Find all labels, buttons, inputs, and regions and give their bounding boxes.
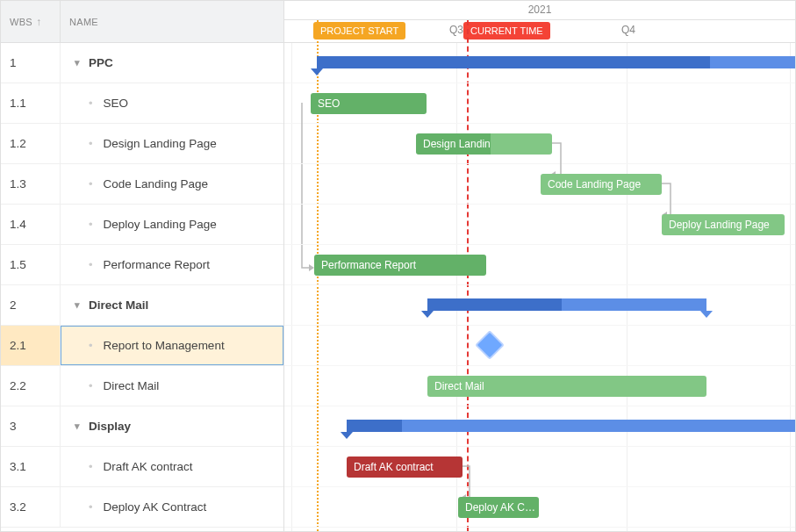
bar-label: Deploy Landing Page bbox=[669, 219, 770, 231]
cell-wbs: 3.2 bbox=[1, 487, 61, 527]
column-header-name[interactable]: NAME bbox=[61, 1, 283, 42]
timeline-header: 2021 PROJECT START Q3 CURRENT TIME Q4 bbox=[284, 1, 795, 43]
current-time-marker-badge[interactable]: CURRENT TIME bbox=[463, 22, 550, 40]
cell-name[interactable]: ▾Direct Mail bbox=[61, 285, 283, 325]
cell-wbs: 1.3 bbox=[1, 164, 61, 204]
bar-label: SEO bbox=[318, 97, 340, 110]
task-name-label: Design Landing Page bbox=[104, 137, 217, 150]
grid-header: WBS ↑ NAME bbox=[1, 1, 283, 43]
task-name-label: Direct Mail bbox=[104, 379, 160, 392]
column-label: NAME bbox=[69, 17, 98, 27]
table-row[interactable]: 3.2•Deploy AK Contract bbox=[1, 487, 283, 528]
cell-name[interactable]: •Performance Report bbox=[61, 245, 283, 284]
summary-bar-display[interactable] bbox=[347, 420, 795, 432]
bar-label: Design Landing Page bbox=[423, 138, 491, 150]
task-row: Deploy Landing Page bbox=[284, 205, 795, 245]
project-start-marker-badge[interactable]: PROJECT START bbox=[313, 22, 405, 40]
table-row[interactable]: 1.4•Deploy Landing Page bbox=[1, 205, 283, 245]
bullet-icon: • bbox=[89, 379, 93, 392]
bullet-icon: • bbox=[89, 218, 93, 231]
chevron-down-icon[interactable]: ▾ bbox=[73, 57, 82, 68]
cell-wbs: 3.1 bbox=[1, 447, 61, 486]
quarter-label-q4: Q4 bbox=[621, 24, 635, 36]
table-row[interactable]: 1.1•SEO bbox=[1, 83, 283, 124]
table-row[interactable]: 2▾Direct Mail bbox=[1, 285, 283, 326]
bullet-icon: • bbox=[89, 177, 93, 191]
task-bar-performance[interactable]: Performance Report bbox=[314, 255, 486, 276]
table-row[interactable]: 2.1•Report to Management bbox=[1, 326, 283, 366]
chevron-down-icon[interactable]: ▾ bbox=[73, 421, 82, 432]
task-row bbox=[284, 326, 795, 366]
summary-start-icon bbox=[341, 432, 353, 439]
cell-name[interactable]: •Draft AK contract bbox=[61, 447, 283, 486]
gantt-app: WBS ↑ NAME 1▾PPC1.1•SEO1.2•Design Landin… bbox=[0, 0, 796, 532]
cell-name[interactable]: ▾Display bbox=[61, 406, 283, 446]
cell-wbs: 1 bbox=[1, 43, 61, 83]
cell-wbs: 3 bbox=[1, 406, 61, 446]
cell-wbs: 1.2 bbox=[1, 124, 61, 163]
task-name-label: Code Landing Page bbox=[104, 177, 208, 191]
task-row: Direct Mail bbox=[284, 366, 795, 406]
task-name-label: Draft AK contract bbox=[104, 460, 193, 473]
cell-wbs: 1.5 bbox=[1, 245, 61, 284]
summary-bar-directmail[interactable] bbox=[427, 298, 706, 311]
task-name-label: Deploy Landing Page bbox=[104, 218, 217, 231]
table-row[interactable]: 2.2•Direct Mail bbox=[1, 366, 283, 406]
summary-end-icon bbox=[700, 311, 713, 318]
bullet-icon: • bbox=[89, 500, 93, 514]
bullet-icon: • bbox=[89, 137, 93, 150]
bar-label: Performance Report bbox=[321, 259, 416, 271]
cell-wbs: 2.2 bbox=[1, 366, 61, 406]
badge-label: CURRENT TIME bbox=[470, 25, 543, 36]
bullet-icon: • bbox=[89, 258, 93, 271]
cell-name[interactable]: •SEO bbox=[61, 83, 283, 123]
cell-name[interactable]: ▾PPC bbox=[61, 43, 283, 83]
task-grid: WBS ↑ NAME 1▾PPC1.1•SEO1.2•Design Landin… bbox=[1, 1, 284, 531]
grid-body: 1▾PPC1.1•SEO1.2•Design Landing Page1.3•C… bbox=[1, 43, 283, 531]
table-row[interactable]: 1.2•Design Landing Page bbox=[1, 124, 283, 164]
progress-fill bbox=[427, 298, 562, 311]
table-row[interactable]: 1.5•Performance Report bbox=[1, 245, 283, 285]
sort-asc-icon: ↑ bbox=[36, 17, 41, 27]
task-row: Draft AK contract bbox=[284, 447, 795, 487]
table-row[interactable]: 3▾Display bbox=[1, 406, 283, 447]
bar-label: Direct Mail bbox=[434, 380, 484, 392]
task-bar-directmail[interactable]: Direct Mail bbox=[427, 376, 706, 397]
task-bar-deploy[interactable]: Deploy Landing Page bbox=[662, 214, 785, 235]
cell-wbs: 1.4 bbox=[1, 205, 61, 244]
progress-fill bbox=[317, 56, 710, 68]
table-row[interactable]: 3.1•Draft AK contract bbox=[1, 447, 283, 487]
quarter-row: PROJECT START Q3 CURRENT TIME Q4 bbox=[284, 20, 795, 42]
task-name-label: Direct Mail bbox=[89, 298, 148, 312]
bullet-icon: • bbox=[89, 460, 93, 473]
task-bar-design-done[interactable]: Design Landing Page bbox=[416, 133, 491, 155]
gantt-timeline[interactable]: 2021 PROJECT START Q3 CURRENT TIME Q4 bbox=[284, 1, 795, 531]
milestone-report-to-management[interactable] bbox=[475, 330, 505, 360]
cell-name[interactable]: •Deploy AK Contract bbox=[61, 487, 283, 527]
cell-name[interactable]: •Design Landing Page bbox=[61, 124, 283, 163]
task-bar-deploy-ak[interactable]: Deploy AK C… bbox=[458, 497, 539, 518]
table-row[interactable]: 1▾PPC bbox=[1, 43, 283, 83]
task-bar-draft-ak[interactable]: Draft AK contract bbox=[347, 457, 463, 478]
progress-fill bbox=[347, 420, 402, 432]
bar-label: Draft AK contract bbox=[354, 461, 434, 473]
task-row: Performance Report bbox=[284, 245, 795, 285]
column-header-wbs[interactable]: WBS ↑ bbox=[1, 1, 61, 42]
cell-name[interactable]: •Deploy Landing Page bbox=[61, 205, 283, 244]
gantt-chart-area[interactable]: SEO Design Landing Page Code Landin bbox=[284, 43, 795, 531]
column-label: WBS bbox=[10, 17, 32, 27]
task-bar-seo[interactable]: SEO bbox=[311, 93, 427, 114]
table-row[interactable]: 1.3•Code Landing Page bbox=[1, 164, 283, 205]
bar-label: Code Landing Page bbox=[548, 178, 641, 191]
summary-bar-ppc[interactable] bbox=[317, 56, 795, 68]
cell-name[interactable]: •Report to Management bbox=[61, 326, 283, 365]
cell-name[interactable]: •Direct Mail bbox=[61, 366, 283, 406]
bullet-icon: • bbox=[89, 339, 93, 352]
task-row bbox=[284, 406, 795, 447]
chevron-down-icon[interactable]: ▾ bbox=[73, 299, 82, 311]
task-row bbox=[284, 285, 795, 326]
cell-name[interactable]: •Code Landing Page bbox=[61, 164, 283, 204]
task-bar-design-remaining[interactable] bbox=[491, 133, 552, 155]
task-bar-code[interactable]: Code Landing Page bbox=[541, 174, 662, 195]
bullet-icon: • bbox=[89, 97, 93, 110]
